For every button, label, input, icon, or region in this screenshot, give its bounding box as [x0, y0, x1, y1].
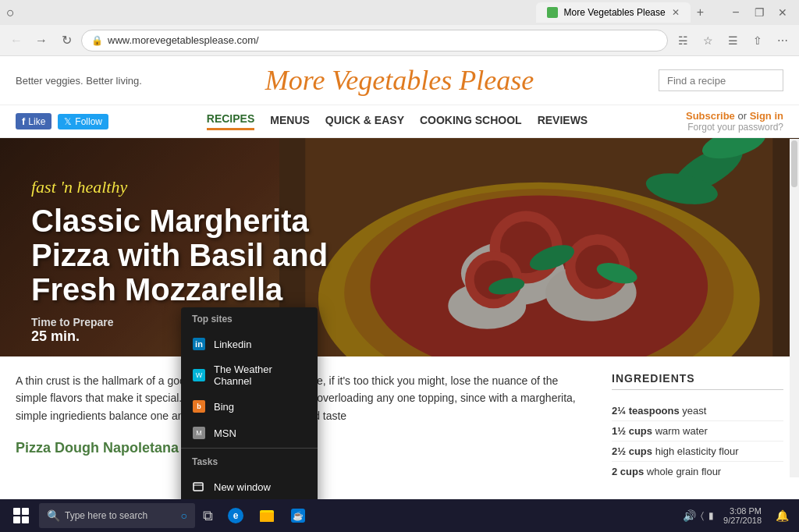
context-menu-bing[interactable]: b Bing: [181, 393, 318, 420]
nav-menus[interactable]: MENUS: [270, 114, 310, 129]
svg-rect-20: [194, 483, 203, 491]
context-divider: [181, 448, 318, 449]
task-view-button[interactable]: ⧉: [198, 508, 218, 524]
weather-channel-icon: W: [192, 368, 206, 382]
notifications-button[interactable]: 🔔: [771, 501, 793, 530]
context-menu-new-window-label: New window: [214, 481, 271, 493]
share-icon[interactable]: ⇧: [748, 30, 768, 51]
battery-icon[interactable]: ▮: [708, 510, 714, 521]
forward-button[interactable]: →: [31, 30, 51, 51]
hub-icon[interactable]: ☰: [723, 30, 743, 51]
context-menu-weather-label: The Weather Channel: [214, 364, 307, 387]
speakers-icon[interactable]: 🔊: [683, 509, 696, 522]
twitter-follow-button[interactable]: 𝕏 Follow: [58, 114, 108, 129]
scrollbar-thumb[interactable]: [791, 140, 797, 187]
nav-actions-row: f Like 𝕏 Follow RECIPES MENUS QUICK & EA…: [0, 105, 799, 138]
ingredient-name: warm water: [655, 425, 708, 437]
ingredient-item: 2 cups whole grain flour: [612, 462, 783, 477]
taskbar-search-text: Type here to search: [65, 510, 147, 521]
social-buttons: f Like 𝕏 Follow: [16, 113, 108, 129]
ingredient-name: whole grain flour: [647, 466, 721, 477]
hero-title: Classic Margherita Pizza with Basil and …: [31, 204, 343, 307]
nav-reviews[interactable]: REVIEWS: [538, 114, 588, 129]
clock-date: 9/27/2018: [723, 516, 762, 525]
network-icon[interactable]: 〈: [701, 510, 704, 521]
minimize-button[interactable]: −: [726, 2, 746, 23]
taskbar-apps: e ☕: [221, 501, 313, 530]
close-window-button[interactable]: ✕: [772, 2, 793, 23]
taskbar-system-icons: 🔊 〈 ▮: [683, 509, 714, 522]
taskbar-right: 🔊 〈 ▮ 3:08 PM 9/27/2018 🔔: [683, 501, 793, 530]
ingredients-title: INGREDIENTS: [612, 372, 783, 390]
taskbar-edge-app[interactable]: e: [221, 501, 250, 530]
context-menu-weather[interactable]: W The Weather Channel: [181, 357, 318, 393]
restore-button[interactable]: ❐: [749, 2, 769, 23]
nav-bar: ← → ↻ 🔒 www.morevegetablesplease.com/ ☵ …: [0, 25, 799, 56]
msn-icon: M: [192, 426, 206, 440]
browser-chrome: ○ More Vegetables Please ✕ + − ❐ ✕ ← → ↻…: [0, 0, 799, 56]
ingredient-amount: 1½ cups: [612, 425, 652, 437]
ingredient-name: yeast: [682, 405, 706, 417]
linkedin-icon: in: [192, 337, 206, 351]
refresh-button[interactable]: ↻: [56, 30, 76, 51]
auth-links: Subscribe or Sign in Forgot your passwor…: [686, 110, 783, 133]
ingredient-amount: 2 cups: [612, 466, 644, 477]
nav-cooking-school[interactable]: COOKING SCHOOL: [420, 114, 522, 129]
taskbar-search[interactable]: 🔍 Type here to search ○: [39, 503, 195, 528]
forgot-password-link[interactable]: Forgot your password?: [686, 122, 783, 133]
context-menu-msn[interactable]: M MSN: [181, 420, 318, 446]
context-menu-bing-label: Bing: [214, 401, 234, 413]
subscribe-link[interactable]: Subscribe: [686, 110, 735, 122]
browser-icon: ○: [6, 5, 15, 21]
context-menu-linkedin[interactable]: in Linkedin: [181, 331, 318, 357]
lock-icon: 🔒: [91, 35, 103, 46]
ingredients-sidebar: INGREDIENTS 2¼ teaspoons yeast 1½ cups w…: [612, 372, 783, 477]
nav-recipes[interactable]: RECIPES: [207, 112, 254, 130]
browser-tab[interactable]: More Vegetables Please ✕: [536, 2, 691, 23]
sign-in-link[interactable]: Sign in: [750, 110, 783, 122]
tab-title: More Vegetables Please: [564, 7, 666, 18]
taskbar-store-app[interactable]: ☕: [283, 501, 313, 530]
context-menu: Top sites in Linkedin W The Weather Chan…: [181, 307, 318, 532]
site-header: Better veggies. Better living. More Vege…: [0, 56, 799, 105]
svg-text:☕: ☕: [293, 510, 304, 521]
nav-quick-easy[interactable]: QUICK & EASY: [325, 114, 404, 129]
start-button[interactable]: [6, 501, 36, 530]
tab-close-button[interactable]: ✕: [672, 7, 680, 18]
new-window-icon: [192, 480, 206, 494]
taskbar-files-app[interactable]: [252, 501, 282, 530]
address-bar[interactable]: 🔒 www.morevegetablesplease.com/: [81, 30, 668, 51]
svg-text:e: e: [233, 510, 239, 521]
follow-label: Follow: [75, 116, 102, 127]
context-menu-top-sites-header: Top sites: [181, 307, 318, 331]
context-menu-new-window[interactable]: New window: [181, 473, 318, 500]
facebook-like-button[interactable]: f Like: [16, 113, 51, 129]
more-icon[interactable]: ⋯: [772, 30, 793, 51]
ingredient-item: 1½ cups warm water: [612, 421, 783, 442]
site-title-text: More Vegetables Please: [265, 65, 534, 96]
website-content: Better veggies. Better living. More Vege…: [0, 56, 799, 477]
search-box[interactable]: [591, 69, 783, 91]
facebook-icon: f: [22, 115, 25, 127]
or-text: or: [737, 110, 749, 122]
taskbar-clock[interactable]: 3:08 PM 9/27/2018: [717, 506, 768, 525]
tagline: Better veggies. Better living.: [16, 75, 208, 87]
reading-view-icon[interactable]: ☵: [673, 30, 693, 51]
main-nav: RECIPES MENUS QUICK & EASY COOKING SCHOO…: [207, 112, 588, 130]
ingredient-amount: 2½ cups: [612, 445, 652, 457]
ingredient-amount: 2¼ teaspoons: [612, 405, 680, 417]
url-text: www.morevegetablesplease.com/: [108, 34, 658, 46]
favorites-icon[interactable]: ☆: [698, 30, 718, 51]
like-label: Like: [28, 116, 45, 127]
back-button[interactable]: ←: [6, 30, 27, 51]
search-input[interactable]: [659, 69, 783, 91]
hero-subtitle: fast 'n healthy: [31, 177, 343, 197]
twitter-icon: 𝕏: [64, 116, 72, 127]
scrollbar[interactable]: [790, 139, 799, 477]
windows-logo-icon: [13, 508, 29, 523]
page-body: A thin crust is the hallmark of a good m…: [0, 356, 799, 477]
title-bar: ○ More Vegetables Please ✕ + − ❐ ✕: [0, 0, 799, 25]
ingredient-item: 2½ cups high elasticity flour: [612, 442, 783, 462]
new-tab-button[interactable]: +: [691, 2, 710, 23]
ingredient-name: high elasticity flour: [655, 445, 739, 457]
